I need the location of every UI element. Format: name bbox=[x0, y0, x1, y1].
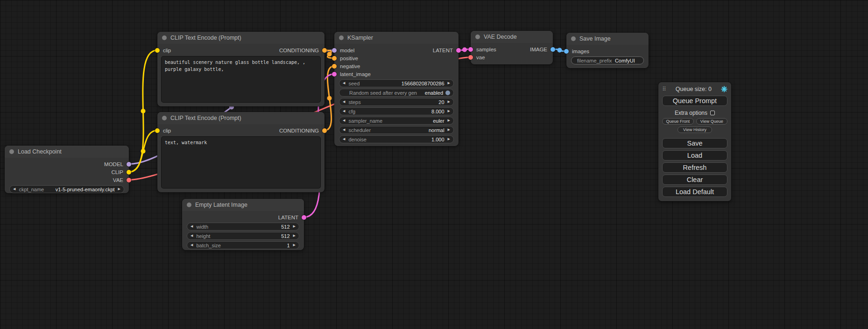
extra-options-checkbox[interactable] bbox=[710, 111, 715, 115]
widget-value: enabled bbox=[417, 90, 443, 96]
clip-output-port[interactable] bbox=[127, 170, 131, 175]
queue-prompt-button[interactable]: Queue Prompt bbox=[662, 96, 727, 106]
collapse-dot[interactable] bbox=[187, 203, 191, 207]
filename-prefix-widget[interactable]: filename_prefix ComfyUI bbox=[571, 56, 644, 64]
decrement-arrow-icon[interactable]: ◀ bbox=[191, 244, 193, 247]
node-title: VAE Decode bbox=[484, 34, 517, 40]
node-empty-latent-image[interactable]: Empty Latent Image LATENT ◀ width 512 ▶ … bbox=[182, 199, 304, 250]
increment-arrow-icon[interactable]: ▶ bbox=[118, 188, 120, 191]
node-vae-decode[interactable]: VAE Decode samples IMAGE vae bbox=[471, 31, 553, 64]
collapse-dot[interactable] bbox=[339, 35, 344, 40]
collapse-dot[interactable] bbox=[162, 35, 167, 40]
decrement-arrow-icon[interactable]: ◀ bbox=[191, 225, 193, 228]
node-title: CLIP Text Encode (Prompt) bbox=[170, 35, 241, 41]
ckpt-name-widget[interactable]: ◀ ckpt_name v1-5-pruned-emaonly.ckpt ▶ bbox=[9, 185, 124, 193]
decrement-arrow-icon[interactable]: ◀ bbox=[13, 188, 15, 191]
increment-arrow-icon[interactable]: ▶ bbox=[448, 110, 450, 113]
decrement-arrow-icon[interactable]: ◀ bbox=[191, 234, 193, 238]
latent-image-input-port[interactable] bbox=[332, 72, 337, 77]
decrement-arrow-icon[interactable]: ◀ bbox=[343, 138, 345, 141]
widget-label: denoise bbox=[348, 137, 367, 142]
clip-input-port[interactable] bbox=[155, 128, 160, 133]
node-title: Load Checkpoint bbox=[18, 148, 62, 155]
negative-input-port[interactable] bbox=[332, 64, 337, 69]
vae-input-port[interactable] bbox=[468, 55, 473, 60]
drag-handle-icon[interactable]: ⠿ bbox=[662, 86, 666, 92]
decrement-arrow-icon[interactable]: ◀ bbox=[343, 82, 345, 85]
increment-arrow-icon[interactable]: ▶ bbox=[448, 138, 450, 141]
node-title-bar[interactable]: VAE Decode bbox=[471, 31, 553, 43]
latent-output-port[interactable] bbox=[456, 48, 461, 53]
negative-prompt-textarea[interactable]: text, watermark bbox=[161, 136, 321, 189]
increment-arrow-icon[interactable]: ▶ bbox=[293, 244, 296, 247]
link-midpoint-dot bbox=[557, 48, 562, 53]
vae-output-port[interactable] bbox=[127, 178, 131, 182]
node-title-bar[interactable]: KSampler bbox=[334, 32, 459, 44]
increment-arrow-icon[interactable]: ▶ bbox=[448, 128, 450, 132]
node-clip-text-encode-positive[interactable]: CLIP Text Encode (Prompt) clip CONDITION… bbox=[157, 32, 325, 106]
widget-value: 1.000 bbox=[367, 137, 445, 142]
conditioning-output-port[interactable] bbox=[322, 128, 327, 133]
seed-widget[interactable]: ◀ seed 156680208700286 ▶ bbox=[339, 79, 454, 87]
port-row: CLIP bbox=[5, 168, 129, 176]
view-queue-button[interactable]: View Queue bbox=[696, 118, 728, 125]
random-seed-toggle[interactable]: Random seed after every gen enabled bbox=[339, 89, 454, 97]
model-output-port[interactable] bbox=[127, 162, 131, 167]
save-button[interactable]: Save bbox=[662, 138, 727, 148]
batch-size-widget[interactable]: ◀ batch_size 1 ▶ bbox=[187, 241, 299, 249]
node-ksampler[interactable]: KSampler model LATENT positive negative … bbox=[334, 32, 459, 146]
clear-button[interactable]: Clear bbox=[662, 175, 727, 185]
widget-label: sampler_name bbox=[348, 118, 382, 124]
width-widget[interactable]: ◀ width 512 ▶ bbox=[187, 223, 299, 231]
decrement-arrow-icon[interactable]: ◀ bbox=[343, 128, 345, 132]
increment-arrow-icon[interactable]: ▶ bbox=[448, 119, 450, 122]
height-widget[interactable]: ◀ height 512 ▶ bbox=[187, 232, 299, 240]
latent-output-port[interactable] bbox=[302, 215, 306, 220]
increment-arrow-icon[interactable]: ▶ bbox=[293, 225, 296, 228]
view-history-button[interactable]: View History bbox=[677, 126, 712, 133]
node-clip-text-encode-negative[interactable]: CLIP Text Encode (Prompt) clip CONDITION… bbox=[157, 112, 325, 192]
denoise-widget[interactable]: ◀ denoise 1.000 ▶ bbox=[339, 135, 454, 143]
collapse-dot[interactable] bbox=[475, 35, 480, 39]
cfg-widget[interactable]: ◀ cfg 8.000 ▶ bbox=[339, 107, 454, 115]
load-button[interactable]: Load bbox=[662, 150, 727, 161]
increment-arrow-icon[interactable]: ▶ bbox=[448, 82, 450, 85]
image-output-port[interactable] bbox=[550, 47, 555, 52]
decrement-arrow-icon[interactable]: ◀ bbox=[343, 119, 345, 122]
collapse-dot[interactable] bbox=[9, 149, 14, 154]
collapse-dot[interactable] bbox=[162, 116, 167, 120]
node-title-bar[interactable]: CLIP Text Encode (Prompt) bbox=[157, 112, 325, 124]
queue-front-button[interactable]: Queue Front bbox=[662, 118, 694, 125]
port-row: VAE bbox=[5, 176, 129, 184]
increment-arrow-icon[interactable]: ▶ bbox=[448, 100, 450, 104]
widget-label: height bbox=[196, 233, 210, 239]
steps-widget[interactable]: ◀ steps 20 ▶ bbox=[339, 98, 454, 106]
node-title-bar[interactable]: Save Image bbox=[566, 33, 649, 45]
node-title-bar[interactable]: Load Checkpoint bbox=[5, 146, 129, 158]
link-midpoint-dot bbox=[462, 48, 467, 52]
clip-input-port[interactable] bbox=[155, 48, 160, 53]
graph-canvas[interactable]: Load Checkpoint MODEL CLIP VAE ◀ ckpt_na… bbox=[0, 0, 868, 329]
decrement-arrow-icon[interactable]: ◀ bbox=[343, 100, 345, 104]
samples-input-port[interactable] bbox=[468, 47, 473, 52]
load-default-button[interactable]: Load Default bbox=[662, 187, 727, 197]
node-load-checkpoint[interactable]: Load Checkpoint MODEL CLIP VAE ◀ ckpt_na… bbox=[5, 146, 129, 193]
port-label-samples: samples bbox=[476, 47, 496, 52]
node-title-bar[interactable]: CLIP Text Encode (Prompt) bbox=[157, 32, 325, 44]
scheduler-widget[interactable]: ◀ scheduler normal ▶ bbox=[339, 126, 454, 134]
sampler-name-widget[interactable]: ◀ sampler_name euler ▶ bbox=[339, 117, 454, 125]
decrement-arrow-icon[interactable]: ◀ bbox=[343, 110, 345, 113]
settings-gear-icon[interactable] bbox=[721, 86, 727, 92]
model-input-port[interactable] bbox=[332, 48, 337, 53]
collapse-dot[interactable] bbox=[571, 36, 576, 41]
conditioning-output-port[interactable] bbox=[322, 48, 327, 53]
positive-input-port[interactable] bbox=[332, 56, 337, 61]
node-save-image[interactable]: Save Image images filename_prefix ComfyU… bbox=[566, 33, 649, 68]
images-input-port[interactable] bbox=[564, 49, 569, 54]
positive-prompt-textarea[interactable]: beautiful scenery nature glass bottle la… bbox=[161, 56, 321, 103]
toggle-indicator-dot[interactable] bbox=[445, 91, 450, 95]
refresh-button[interactable]: Refresh bbox=[662, 162, 727, 173]
increment-arrow-icon[interactable]: ▶ bbox=[293, 234, 296, 238]
port-row: images bbox=[566, 47, 649, 55]
node-title-bar[interactable]: Empty Latent Image bbox=[182, 199, 304, 211]
